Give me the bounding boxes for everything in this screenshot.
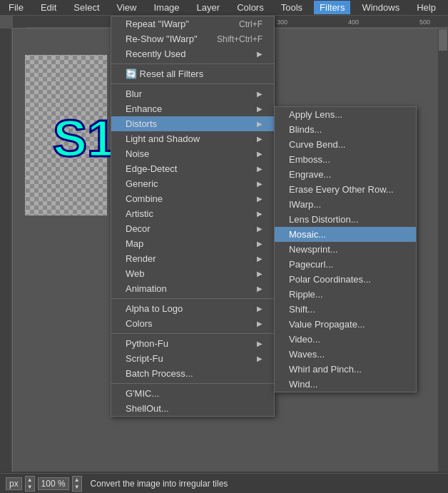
menubar-edit[interactable]: Edit xyxy=(35,1,62,14)
distorts-apply-lens[interactable]: Apply Lens... xyxy=(275,107,416,122)
distorts-mosaic[interactable]: Mosaic... xyxy=(275,227,416,242)
distorts-iwarp[interactable]: IWarp... xyxy=(275,197,416,212)
filters-gmic[interactable]: G'MIC... xyxy=(111,386,274,401)
filters-python-fu-label: Python-Fu xyxy=(126,338,168,349)
filters-generic[interactable]: Generic ▶ xyxy=(111,176,274,191)
canvas-preview: S1 xyxy=(25,55,107,215)
distorts-whirl-and-pinch[interactable]: Whirl and Pinch... xyxy=(275,362,416,377)
distorts-ripple[interactable]: Ripple... xyxy=(275,287,416,302)
filters-web[interactable]: Web ▶ xyxy=(111,266,274,281)
menubar-tools[interactable]: Tools xyxy=(275,1,308,14)
distorts-shift[interactable]: Shift... xyxy=(275,302,416,317)
unit-spin-down[interactable]: ▼ xyxy=(26,484,34,491)
filters-colors-label: Colors xyxy=(126,318,153,329)
filters-map[interactable]: Map ▶ xyxy=(111,236,274,251)
filters-batch-process[interactable]: Batch Process... xyxy=(111,366,274,381)
menubar-image[interactable]: Image xyxy=(148,1,185,14)
distorts-submenu: Apply Lens... Blinds... Curve Bend... Em… xyxy=(274,106,417,392)
menubar-help[interactable]: Help xyxy=(411,1,442,14)
filters-alpha-to-logo[interactable]: Alpha to Logo ▶ xyxy=(111,301,274,316)
menubar-filters[interactable]: Filters xyxy=(314,1,350,14)
distorts-polar-coordinates-label: Polar Coordinates... xyxy=(289,274,371,285)
filters-reshow-iwarp-shortcut: Shift+Ctrl+F xyxy=(217,34,263,44)
filters-animation[interactable]: Animation ▶ xyxy=(111,281,274,296)
menubar-select[interactable]: Select xyxy=(68,1,105,14)
python-fu-arrow-icon: ▶ xyxy=(257,340,263,347)
menubar-file[interactable]: File xyxy=(3,1,29,14)
filters-colors[interactable]: Colors ▶ xyxy=(111,316,274,331)
distorts-lens-distortion[interactable]: Lens Distortion... xyxy=(275,212,416,227)
distorts-pagecurl[interactable]: Pagecurl... xyxy=(275,257,416,272)
distorts-value-propagate[interactable]: Value Propagate... xyxy=(275,317,416,332)
unit-spin-up[interactable]: ▲ xyxy=(26,477,34,484)
menubar-view[interactable]: View xyxy=(111,1,143,14)
distorts-waves[interactable]: Waves... xyxy=(275,347,416,362)
unit-selector[interactable]: px xyxy=(6,477,22,490)
filters-reshow-iwarp-label: Re-Show "IWarp" xyxy=(126,34,198,44)
filters-shellout[interactable]: ShellOut... xyxy=(111,401,274,416)
distorts-wind[interactable]: Wind... xyxy=(275,377,416,392)
scrollbar-thumb[interactable] xyxy=(439,29,447,51)
distorts-video[interactable]: Video... xyxy=(275,332,416,347)
divider-2 xyxy=(111,83,274,84)
filters-script-fu[interactable]: Script-Fu ▶ xyxy=(111,351,274,366)
distorts-blinds[interactable]: Blinds... xyxy=(275,122,416,137)
statusbar: px ▲ ▼ 100 % ▲ ▼ Convert the image into … xyxy=(0,473,448,493)
distorts-curve-bend-label: Curve Bend... xyxy=(289,139,346,150)
filters-noise[interactable]: Noise ▶ xyxy=(111,146,274,161)
filters-generic-label: Generic xyxy=(126,178,158,189)
blur-arrow-icon: ▶ xyxy=(257,90,263,98)
filters-batch-process-label: Batch Process... xyxy=(126,368,193,379)
filters-recently-used[interactable]: Recently Used ▶ xyxy=(111,46,274,61)
zoom-spin[interactable]: ▲ ▼ xyxy=(72,476,82,492)
distorts-newsprint[interactable]: Newsprint... xyxy=(275,242,416,257)
filters-decor-label: Decor xyxy=(126,223,151,234)
filters-animation-label: Animation xyxy=(126,283,167,294)
filters-reshow-iwarp[interactable]: Re-Show "IWarp" Shift+Ctrl+F xyxy=(111,31,274,46)
enhance-arrow-icon: ▶ xyxy=(257,105,263,113)
zoom-spin-up[interactable]: ▲ xyxy=(73,477,81,484)
distorts-emboss[interactable]: Emboss... xyxy=(275,152,416,167)
ruler-vertical xyxy=(0,29,13,472)
svg-text:400: 400 xyxy=(348,19,359,26)
filters-gmic-label: G'MIC... xyxy=(126,388,159,399)
filters-blur-label: Blur xyxy=(126,88,142,99)
filters-combine[interactable]: Combine ▶ xyxy=(111,191,274,206)
filters-artistic[interactable]: Artistic ▶ xyxy=(111,206,274,221)
divider-5 xyxy=(111,383,274,384)
distorts-emboss-label: Emboss... xyxy=(289,154,330,165)
menubar: File Edit Select View Image Layer Colors… xyxy=(0,0,448,16)
menubar-colors[interactable]: Colors xyxy=(231,1,270,14)
filters-enhance-label: Enhance xyxy=(126,103,162,114)
menubar-windows[interactable]: Windows xyxy=(356,1,405,14)
zoom-selector[interactable]: 100 % xyxy=(38,477,69,490)
distorts-lens-distortion-label: Lens Distortion... xyxy=(289,214,359,225)
distorts-polar-coordinates[interactable]: Polar Coordinates... xyxy=(275,272,416,287)
scrollbar-vertical[interactable] xyxy=(438,29,448,472)
distorts-whirl-and-pinch-label: Whirl and Pinch... xyxy=(289,364,362,375)
filters-artistic-label: Artistic xyxy=(126,208,153,219)
filters-blur[interactable]: Blur ▶ xyxy=(111,86,274,101)
distorts-curve-bend[interactable]: Curve Bend... xyxy=(275,137,416,152)
menubar-layer[interactable]: Layer xyxy=(191,1,226,14)
filters-render[interactable]: Render ▶ xyxy=(111,251,274,266)
preview-text: S1 xyxy=(53,113,116,164)
distorts-ripple-label: Ripple... xyxy=(289,289,323,300)
filters-edge-detect[interactable]: Edge-Detect ▶ xyxy=(111,161,274,176)
distorts-engrave[interactable]: Engrave... xyxy=(275,167,416,182)
distorts-erase-every-other-row[interactable]: Erase Every Other Row... xyxy=(275,182,416,197)
filters-decor[interactable]: Decor ▶ xyxy=(111,221,274,236)
filters-distorts[interactable]: Distorts ▶ xyxy=(111,116,274,131)
filters-light-shadow[interactable]: Light and Shadow ▶ xyxy=(111,131,274,146)
filters-reset-all[interactable]: 🔄 Reset all Filters xyxy=(111,66,274,81)
distorts-newsprint-label: Newsprint... xyxy=(289,244,338,255)
unit-spin[interactable]: ▲ ▼ xyxy=(25,476,35,492)
filters-enhance[interactable]: Enhance ▶ xyxy=(111,101,274,116)
filters-repeat-iwarp[interactable]: Repeat "IWarp" Ctrl+F xyxy=(111,16,274,31)
status-text: Convert the image into irregular tiles xyxy=(91,479,228,489)
filters-python-fu[interactable]: Python-Fu ▶ xyxy=(111,336,274,351)
zoom-spin-down[interactable]: ▼ xyxy=(73,484,81,491)
distorts-blinds-label: Blinds... xyxy=(289,124,322,135)
animation-arrow-icon: ▶ xyxy=(257,285,263,293)
combine-arrow-icon: ▶ xyxy=(257,195,263,203)
